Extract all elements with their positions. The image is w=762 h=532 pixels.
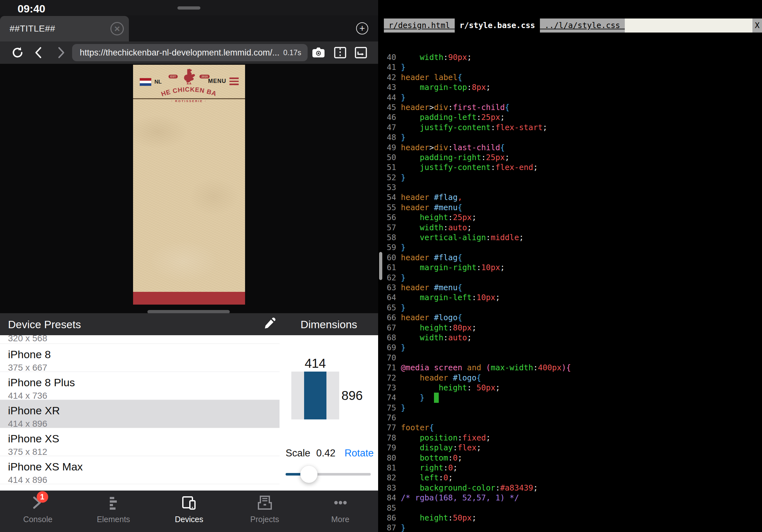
device-size: 375 x 667 <box>8 363 279 373</box>
tab-console[interactable]: 1Console <box>0 491 76 532</box>
device-preview-frame[interactable]: NL EST 2015 <box>133 65 245 304</box>
code-line: 86 height:50px; <box>384 513 762 523</box>
open-in-new-window-icon[interactable] <box>353 45 368 60</box>
devices-icon <box>181 495 197 512</box>
code-line: 62} <box>384 273 762 283</box>
code-line: 63header #menu{ <box>384 283 762 293</box>
vim-tab[interactable]: r/style.base.css <box>455 19 540 33</box>
device-presets-title: Device Presets <box>8 318 81 331</box>
line-number: 66 <box>387 312 396 322</box>
line-number: 58 <box>387 233 396 242</box>
hamburger-icon <box>229 78 239 85</box>
line-number: 85 <box>387 503 396 513</box>
browser-tab[interactable]: ##TITLE## ✕ <box>0 16 129 41</box>
tab-title: ##TITLE## <box>10 24 55 34</box>
tab-projects[interactable]: Projects <box>227 491 302 532</box>
device-preset-row[interactable]: iPhone 8375 x 667 <box>0 344 279 372</box>
bottom-tab-bar: 1ConsoleElementsDevicesProjectsMore <box>0 491 378 532</box>
tab-devices[interactable]: Devices <box>151 491 227 532</box>
code-line: 82 left:0; <box>384 473 762 483</box>
site-header: NL EST 2015 <box>133 65 245 99</box>
code-line: 76 <box>384 413 762 423</box>
close-tab-icon[interactable]: ✕ <box>111 22 124 35</box>
code-line: 49header>div:last-child{ <box>384 143 762 153</box>
panel-body: 320 x 568iPhone 8375 x 667iPhone 8 Plus4… <box>0 335 378 491</box>
menu-toggle[interactable]: MENU <box>208 78 239 85</box>
vim-code-area[interactable]: 40 width:90px;41}42header label{43 margi… <box>384 51 762 532</box>
terminal-pane[interactable]: r/design.html r/style.base.css ../l/a/st… <box>384 0 762 532</box>
line-number: 52 <box>387 172 396 182</box>
forward-icon[interactable] <box>54 45 68 60</box>
new-tab-button[interactable]: + <box>356 22 368 34</box>
edit-pencil-icon[interactable] <box>263 318 275 330</box>
code-line: 80 bottom:0; <box>384 453 762 463</box>
logo-subtitle: · ROTISSERIE · <box>159 99 219 103</box>
line-number: 87 <box>387 523 396 532</box>
line-number: 68 <box>387 333 396 343</box>
split-view-divider[interactable] <box>378 0 384 532</box>
reload-icon[interactable] <box>10 45 25 60</box>
line-number: 64 <box>387 293 396 302</box>
line-number: 47 <box>387 122 396 132</box>
line-number: 72 <box>387 373 396 383</box>
scale-slider[interactable] <box>286 473 371 476</box>
rooster-icon <box>180 69 197 85</box>
device-preset-row[interactable]: iPhone XR414 x 896 <box>0 400 279 428</box>
line-number: 51 <box>387 162 396 172</box>
code-line: 48} <box>384 132 762 142</box>
browser-toolbar: https://thechickenbar-nl-development.lem… <box>0 41 378 64</box>
aspect-ratio-bar <box>304 371 327 420</box>
code-line: 64 margin-left:10px; <box>384 293 762 302</box>
device-preset-row[interactable]: iPhone 8 Plus414 x 736 <box>0 372 279 400</box>
device-name: iPhone 8 <box>8 348 279 361</box>
tab-label: Console <box>23 515 53 524</box>
rotate-button[interactable]: Rotate <box>344 447 374 459</box>
split-view-drag-handle[interactable] <box>178 6 200 10</box>
line-number: 50 <box>387 153 396 162</box>
language-switcher[interactable]: NL <box>140 78 162 86</box>
url-bar[interactable]: https://thechickenbar-nl-development.lem… <box>72 44 308 61</box>
code-line: 85 <box>384 503 762 513</box>
device-preset-row[interactable]: 320 x 568 <box>0 335 279 344</box>
device-size: 320 x 568 <box>8 335 279 344</box>
flag-stripe-red <box>140 78 151 81</box>
site-footer-bar <box>133 292 245 304</box>
tab-elements[interactable]: Elements <box>76 491 151 532</box>
code-line: 66header #logo{ <box>384 312 762 322</box>
divider-scrollbar[interactable] <box>379 252 382 280</box>
code-line: 78 position:fixed; <box>384 433 762 443</box>
line-number: 75 <box>387 403 396 413</box>
vim-tab[interactable]: ../l/a/style.css <box>540 19 625 33</box>
line-number: 77 <box>387 423 396 432</box>
ios-status-bar: 09:40 <box>0 0 378 15</box>
code-line: 46 padding-left:25px; <box>384 112 762 122</box>
line-number: 43 <box>387 82 396 92</box>
code-line: 81 right:0; <box>384 463 762 473</box>
tab-more[interactable]: More <box>302 491 378 532</box>
line-number: 86 <box>387 513 396 523</box>
back-icon[interactable] <box>31 45 46 60</box>
flag-stripe-blue <box>140 83 151 86</box>
code-line: 52} <box>384 172 762 182</box>
code-line: 44} <box>384 93 762 102</box>
device-preset-row[interactable]: iPhone XS Max414 x 896 <box>0 456 279 484</box>
device-preset-row[interactable]: iPad 9.7" <box>0 484 279 491</box>
line-number: 70 <box>387 353 396 363</box>
flag-stripe-white <box>140 81 151 83</box>
split-page-icon[interactable] <box>333 45 347 60</box>
dimensions-panel: 414 896 Scale 0.42 Rotate <box>279 335 378 491</box>
scale-slider-thumb[interactable] <box>300 466 318 483</box>
line-number: 81 <box>387 463 396 473</box>
code-line: 56 height:25px; <box>384 212 762 222</box>
line-number: 83 <box>387 483 396 493</box>
vim-tabline-close[interactable]: X <box>752 19 762 33</box>
tab-label: Elements <box>97 515 130 524</box>
code-line: 50 padding-right:25px; <box>384 153 762 162</box>
vim-tab[interactable]: r/design.html <box>384 19 455 33</box>
page-load-time: 0.17s <box>283 48 301 57</box>
code-line: 84/* rgba(168, 52,57, 1) */ <box>384 493 762 503</box>
screenshot-camera-icon[interactable] <box>311 45 326 60</box>
device-preset-list: 320 x 568iPhone 8375 x 667iPhone 8 Plus4… <box>0 335 279 491</box>
device-preset-row[interactable]: iPhone XS375 x 812 <box>0 428 279 456</box>
code-line: 47 justify-content:flex-start; <box>384 122 762 132</box>
